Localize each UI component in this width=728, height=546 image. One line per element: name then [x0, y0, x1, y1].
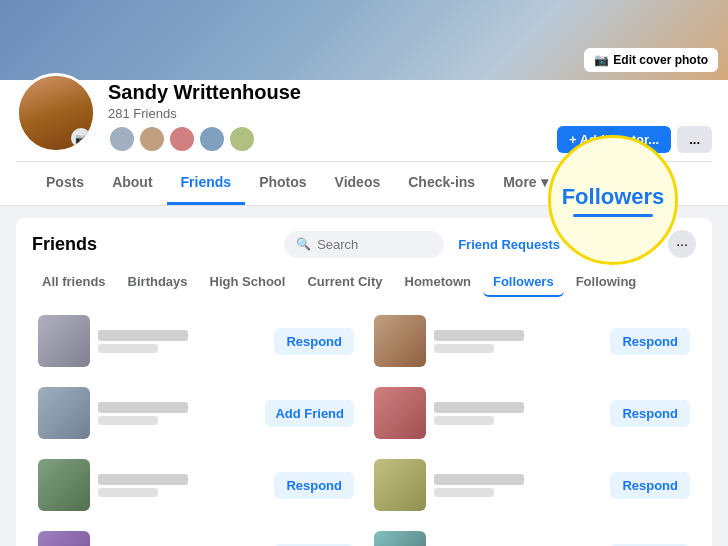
- search-input[interactable]: [317, 237, 432, 252]
- friend-avatar: [38, 387, 90, 439]
- friend-info: [434, 474, 602, 497]
- friend-info: [434, 402, 602, 425]
- friend-mutual: [98, 488, 158, 497]
- search-icon: 🔍: [296, 237, 311, 251]
- friend-name: [98, 330, 188, 341]
- respond-button[interactable]: Respond: [274, 472, 354, 499]
- friend-requests-button[interactable]: Friend Requests: [452, 233, 566, 256]
- friend-mini-avatar: [198, 125, 226, 153]
- friend-avatar: [38, 459, 90, 511]
- friend-mutual: [434, 344, 494, 353]
- filter-followers[interactable]: Followers: [483, 268, 564, 297]
- followers-underline: [573, 214, 653, 217]
- friend-info: [98, 402, 257, 425]
- friend-info: [98, 330, 266, 353]
- friend-card: Respond: [368, 453, 696, 517]
- edit-cover-button[interactable]: 📷 Edit cover photo: [584, 48, 718, 72]
- friend-info: [434, 330, 602, 353]
- friend-mini-avatar: [108, 125, 136, 153]
- friend-info: [98, 474, 266, 497]
- filter-birthdays[interactable]: Birthdays: [118, 268, 198, 297]
- filter-tabs: All friends Birthdays High School Curren…: [32, 268, 696, 297]
- tab-posts[interactable]: Posts: [32, 162, 98, 205]
- filter-high-school[interactable]: High School: [200, 268, 296, 297]
- friend-name: [434, 330, 524, 341]
- friend-card: Respond: [32, 525, 360, 546]
- friend-name: [434, 402, 524, 413]
- friend-name: [98, 474, 188, 485]
- friend-avatar: [374, 315, 426, 367]
- friend-mutual: [434, 488, 494, 497]
- tab-videos[interactable]: Videos: [321, 162, 395, 205]
- tab-friends[interactable]: Friends: [167, 162, 246, 205]
- friend-mutual: [98, 344, 158, 353]
- filter-following[interactable]: Following: [566, 268, 647, 297]
- tab-photos[interactable]: Photos: [245, 162, 320, 205]
- camera-icon: 📷: [594, 53, 609, 67]
- friend-name: [434, 474, 524, 485]
- followers-label: Followers: [562, 184, 665, 210]
- cover-photo: 📷 Edit cover photo: [0, 0, 728, 80]
- add-friend-button[interactable]: Add Friend: [265, 400, 354, 427]
- friend-avatar: [374, 531, 426, 546]
- friend-card: Add Friend: [32, 381, 360, 445]
- avatar: 📷: [16, 73, 96, 153]
- tab-about[interactable]: About: [98, 162, 166, 205]
- friend-card: Respond: [32, 453, 360, 517]
- followers-highlight-circle: Followers: [548, 135, 678, 265]
- friend-mini-avatar: [168, 125, 196, 153]
- avatar-camera-icon[interactable]: 📷: [71, 128, 91, 148]
- friend-card: Respond: [368, 381, 696, 445]
- friend-card: Respond: [32, 309, 360, 373]
- friends-panel: Friends 🔍 Friend Requests Find Friends ·…: [16, 218, 712, 546]
- friend-avatars-row: [108, 125, 557, 153]
- friend-avatar: [374, 387, 426, 439]
- profile-name: Sandy Writtenhouse: [108, 80, 557, 104]
- friend-mini-avatar: [138, 125, 166, 153]
- friend-card: Respond: [368, 309, 696, 373]
- respond-button[interactable]: Respond: [274, 328, 354, 355]
- respond-button[interactable]: Respond: [610, 472, 690, 499]
- respond-button[interactable]: Respond: [610, 328, 690, 355]
- friend-name: [98, 402, 188, 413]
- friends-title: Friends: [32, 234, 276, 255]
- respond-button[interactable]: Respond: [610, 400, 690, 427]
- friend-avatar: [374, 459, 426, 511]
- more-options-button[interactable]: ···: [668, 230, 696, 258]
- friend-avatar: [38, 531, 90, 546]
- filter-hometown[interactable]: Hometown: [395, 268, 481, 297]
- search-box: 🔍: [284, 231, 444, 258]
- friend-avatar: [38, 315, 90, 367]
- tab-checkins[interactable]: Check-ins: [394, 162, 489, 205]
- friends-grid: Respond Respond: [32, 309, 696, 546]
- profile-name-section: Sandy Writtenhouse 281 Friends: [108, 80, 557, 153]
- filter-all-friends[interactable]: All friends: [32, 268, 116, 297]
- friend-mutual: [98, 416, 158, 425]
- filter-current-city[interactable]: Current City: [297, 268, 392, 297]
- friend-card: Respond: [368, 525, 696, 546]
- friend-mini-avatar: [228, 125, 256, 153]
- friends-count: 281 Friends: [108, 106, 557, 121]
- more-profile-button[interactable]: ...: [677, 126, 712, 153]
- friend-mutual: [434, 416, 494, 425]
- profile-section: 📷 Sandy Writtenhouse 281 Friends + Add t…: [0, 80, 728, 206]
